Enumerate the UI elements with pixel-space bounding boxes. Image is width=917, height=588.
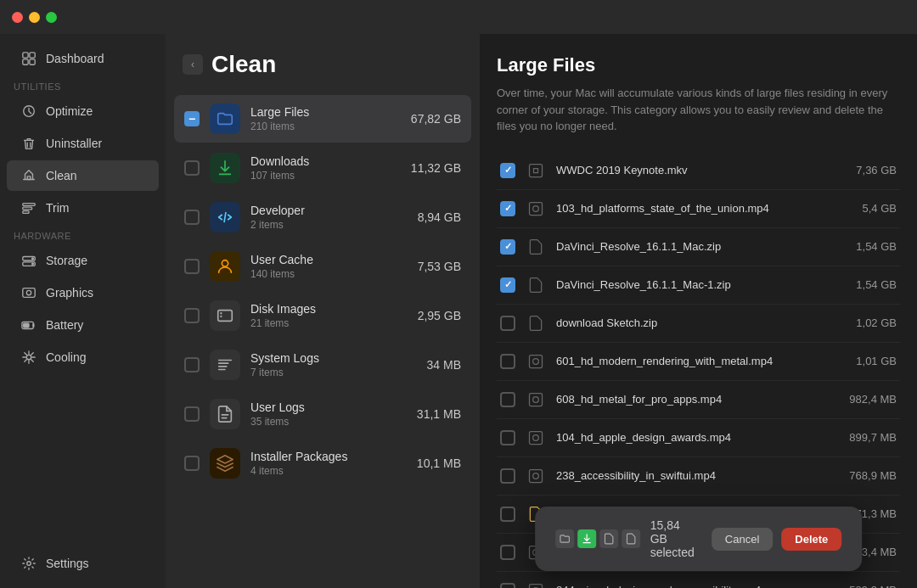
bottom-selected-label: 15,84 GB selected	[650, 518, 695, 559]
svg-rect-26	[530, 393, 543, 406]
category-item-large-files[interactable]: − Large Files 210 items 67,82 GB	[174, 95, 471, 143]
settings-icon	[20, 555, 37, 572]
sidebar-item-storage[interactable]: Storage	[7, 245, 159, 276]
file-item-5[interactable]: 601_hd_modern_rendering_with_metal.mp4 1…	[497, 343, 900, 381]
category-item-system-logs[interactable]: System Logs 7 items 34 MB	[174, 341, 471, 389]
sidebar-item-graphics[interactable]: Graphics	[7, 277, 159, 308]
right-panel-title: Large Files	[497, 54, 900, 76]
sidebar-item-uninstaller[interactable]: Uninstaller	[7, 128, 159, 159]
file-icon-0	[524, 159, 548, 182]
collapse-button[interactable]: ‹	[183, 54, 203, 75]
user-cache-name: User Cache	[250, 253, 408, 266]
file-size-8: 768,9 MB	[849, 469, 897, 482]
traffic-lights	[12, 12, 57, 23]
file-item-1[interactable]: ✓ 103_hd_platforms_state_of_the_union.mp…	[497, 190, 900, 228]
svg-point-14	[26, 290, 31, 294]
sidebar-item-cooling[interactable]: Cooling	[7, 342, 159, 372]
clean-icon	[20, 167, 37, 184]
file-checkbox-10[interactable]	[500, 545, 515, 560]
sidebar-item-battery[interactable]: Battery	[7, 310, 159, 340]
minimize-button[interactable]	[29, 12, 40, 23]
file-name-7: 104_hd_apple_design_awards.mp4	[556, 431, 841, 444]
disk-images-size: 2,95 GB	[418, 309, 461, 322]
file-checkbox-2[interactable]: ✓	[500, 239, 515, 255]
sidebar-label-cooling: Cooling	[46, 350, 86, 364]
file-checkbox-8[interactable]	[500, 468, 515, 484]
sidebar-section-utilities: Utilities	[0, 75, 166, 95]
file-size-7: 899,7 MB	[849, 431, 897, 444]
sidebar-item-trim[interactable]: Trim	[7, 193, 159, 223]
user-logs-name: User Logs	[250, 400, 407, 414]
page-title: Clean	[211, 51, 276, 78]
file-item-6[interactable]: 608_hd_metal_for_pro_apps.mp4 982,4 MB	[497, 381, 900, 419]
user-logs-info: User Logs 35 items	[250, 400, 407, 428]
file-name-8: 238_accessibility_in_swiftui.mp4	[556, 469, 841, 482]
app-body: Dashboard Utilities Optimize Uninstaller	[0, 34, 917, 588]
sidebar-label-clean: Clean	[46, 169, 77, 182]
category-checkbox-developer[interactable]	[184, 210, 200, 225]
sidebar-item-settings[interactable]: Settings	[7, 548, 159, 579]
file-item-0[interactable]: ✓ WWDC 2019 Keynote.mkv 7,36 GB	[497, 152, 900, 190]
category-checkbox-system-logs[interactable]	[184, 357, 200, 372]
file-name-4: download Sketch.zip	[556, 316, 847, 329]
sidebar-label-dashboard: Dashboard	[46, 52, 104, 65]
file-checkbox-9[interactable]	[500, 507, 515, 522]
category-item-disk-images[interactable]: Disk Images 21 items 2,95 GB	[174, 292, 471, 339]
file-item-2[interactable]: ✓ DaVinci_Resolve_16.1.1_Mac.zip 1,54 GB	[497, 228, 900, 266]
file-checkbox-6[interactable]	[500, 392, 515, 407]
category-checkbox-user-logs[interactable]	[184, 406, 200, 422]
category-checkbox-user-cache[interactable]	[184, 259, 200, 274]
file-item-7[interactable]: 104_hd_apple_design_awards.mp4 899,7 MB	[497, 419, 900, 457]
category-item-installer-packages[interactable]: Installer Packages 4 items 10,1 MB	[174, 440, 471, 487]
close-button[interactable]	[12, 12, 23, 23]
bottom-actions: Cancel Delete	[712, 528, 842, 551]
file-item-4[interactable]: download Sketch.zip 1,02 GB	[497, 305, 900, 343]
file-checkbox-11[interactable]	[500, 583, 515, 589]
installer-packages-count: 4 items	[250, 465, 407, 477]
file-checkbox-5[interactable]	[500, 354, 515, 369]
file-item-11[interactable]: 244_visual_design_and_accessibility.mp4 …	[497, 572, 900, 589]
bottom-icon-3	[599, 529, 618, 548]
installer-packages-size: 10,1 MB	[417, 456, 461, 470]
file-checkbox-3[interactable]: ✓	[500, 277, 515, 293]
sidebar-item-dashboard[interactable]: Dashboard	[7, 43, 159, 74]
file-checkbox-4[interactable]	[500, 316, 515, 331]
delete-button[interactable]: Delete	[781, 528, 841, 551]
svg-point-27	[533, 396, 539, 402]
category-item-user-cache[interactable]: User Cache 140 items 7,53 GB	[174, 243, 471, 290]
file-checkbox-1[interactable]: ✓	[500, 201, 515, 216]
category-checkbox-installer-packages[interactable]	[184, 456, 200, 471]
disk-images-name: Disk Images	[250, 302, 408, 316]
maximize-button[interactable]	[46, 12, 57, 23]
category-item-downloads[interactable]: Downloads 107 items 11,32 GB	[174, 144, 471, 192]
svg-point-31	[533, 473, 539, 479]
installer-packages-info: Installer Packages 4 items	[250, 450, 407, 477]
sidebar-label-optimize: Optimize	[46, 104, 93, 118]
file-checkbox-0[interactable]: ✓	[500, 163, 515, 178]
category-checkbox-disk-images[interactable]	[184, 308, 200, 323]
cancel-button[interactable]: Cancel	[712, 528, 773, 551]
svg-rect-3	[30, 59, 35, 64]
sidebar-item-optimize[interactable]: Optimize	[7, 96, 159, 126]
sidebar-label-settings: Settings	[46, 557, 89, 570]
svg-point-12	[32, 263, 34, 265]
downloads-count: 107 items	[250, 170, 401, 182]
sidebar-label-storage: Storage	[46, 254, 87, 267]
file-size-2: 1,54 GB	[856, 240, 897, 253]
file-name-11: 244_visual_design_and_accessibility.mp4	[556, 584, 841, 588]
developer-icon	[210, 202, 240, 232]
category-checkbox-downloads[interactable]	[184, 160, 200, 176]
system-logs-count: 7 items	[250, 367, 417, 378]
system-logs-size: 34 MB	[427, 358, 461, 372]
file-item-3[interactable]: ✓ DaVinci_Resolve_16.1.1_Mac-1.zip 1,54 …	[497, 266, 900, 305]
file-checkbox-7[interactable]	[500, 430, 515, 445]
category-checkbox-large-files[interactable]: −	[184, 111, 200, 126]
file-item-8[interactable]: 238_accessibility_in_swiftui.mp4 768,9 M…	[497, 457, 900, 496]
category-item-developer[interactable]: Developer 2 items 8,94 GB	[174, 193, 471, 241]
svg-rect-2	[23, 59, 28, 64]
file-size-3: 1,54 GB	[856, 278, 897, 291]
category-item-user-logs[interactable]: User Logs 35 items 31,1 MB	[174, 390, 471, 438]
content-area: ‹ Clean − Large Files 210	[166, 34, 917, 588]
sidebar-item-clean[interactable]: Clean	[7, 160, 159, 191]
bottom-file-icons	[555, 529, 640, 548]
